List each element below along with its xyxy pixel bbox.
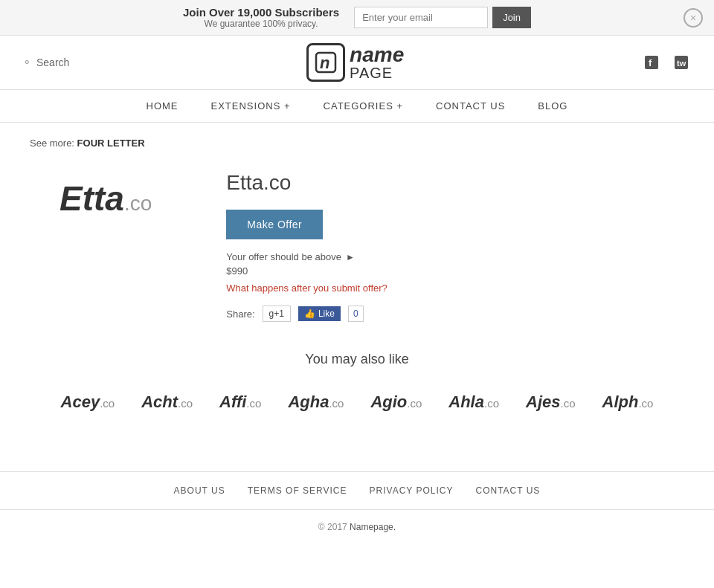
domain-logo-display: Etta.co (60, 178, 152, 219)
banner-main-text: Join Over 19,000 Subscribers (183, 6, 339, 19)
domain-card[interactable]: Agio.co (357, 385, 435, 419)
domain-card[interactable]: Alph.co (589, 385, 667, 419)
search-label: Search (36, 56, 69, 68)
offer-link[interactable]: What happens after you submit offer? (226, 282, 684, 294)
footer-about[interactable]: ABOUT US (174, 485, 225, 496)
logo[interactable]: n name PAGE (306, 43, 404, 82)
share-label: Share: (226, 308, 254, 320)
banner-sub-text: We guarantee 100% privacy. (183, 19, 339, 29)
svg-text:tw: tw (677, 59, 686, 68)
email-input[interactable] (354, 7, 488, 28)
domain-logo-box: Etta.co (30, 164, 181, 233)
svg-text:n: n (320, 54, 329, 72)
nav-home[interactable]: HOME (130, 90, 195, 122)
banner-form: Join (354, 7, 531, 28)
make-offer-button[interactable]: Make Offer (226, 210, 323, 239)
domain-info: Etta.co Make Offer Your offer should be … (226, 164, 684, 322)
offer-info-text: Your offer should be above ► (226, 251, 684, 262)
fb-like-label: Like (318, 308, 335, 319)
see-more-link[interactable]: FOUR LETTER (77, 138, 145, 149)
offer-arrow-icon: ► (346, 252, 355, 262)
top-banner: Join Over 19,000 Subscribers We guarante… (0, 0, 714, 36)
see-more: See more: FOUR LETTER (30, 138, 684, 149)
fb-count: 0 (348, 306, 364, 322)
domain-card[interactable]: Agha.co (274, 385, 357, 419)
main-content: See more: FOUR LETTER Etta.co Etta.co Ma… (0, 123, 714, 456)
facebook-like-button[interactable]: 👍 Like (298, 306, 341, 321)
footer-links: ABOUT US TERMS OF SERVICE PRIVACY POLICY… (0, 471, 714, 510)
domain-card[interactable]: Acht.co (128, 385, 206, 419)
footer-terms[interactable]: TERMS OF SERVICE (248, 485, 347, 496)
domain-logo-ext: .co (124, 192, 152, 215)
nav-blog[interactable]: BLOG (521, 90, 584, 122)
copyright-text: © 2017 (318, 522, 347, 532)
nav-extensions[interactable]: EXTENSIONS + (195, 90, 307, 122)
domain-grid: Acey.coAcht.coAffi.coAgha.coAgio.coAhla.… (30, 385, 684, 419)
domain-section: Etta.co Etta.co Make Offer Your offer sh… (30, 164, 684, 322)
header: ⚬ Search n name PAGE f tw (0, 36, 714, 90)
facebook-icon[interactable]: f (641, 52, 662, 73)
see-more-prefix: See more: (30, 138, 74, 149)
logo-text: name PAGE (350, 45, 404, 80)
offer-amount: $990 (226, 265, 684, 277)
domain-card[interactable]: Acey.co (48, 385, 129, 419)
domain-card[interactable]: Ajes.co (512, 385, 589, 419)
fb-thumb-icon: 👍 (304, 308, 315, 319)
search-icon: ⚬ (22, 56, 32, 69)
also-like-section: You may also like Acey.coAcht.coAffi.coA… (30, 352, 684, 419)
svg-text:f: f (649, 57, 652, 68)
brand-link[interactable]: Namepage. (350, 522, 396, 532)
domain-title: Etta.co (226, 171, 684, 195)
twitter-icon[interactable]: tw (671, 52, 692, 73)
share-row: Share: g+1 👍 Like 0 (226, 306, 684, 322)
footer-copyright: © 2017 Namepage. (0, 510, 714, 544)
join-button[interactable]: Join (492, 7, 531, 28)
search-button[interactable]: ⚬ Search (22, 56, 69, 69)
nav-contact[interactable]: CONTACT US (419, 90, 521, 122)
footer-privacy[interactable]: PRIVACY POLICY (370, 485, 454, 496)
close-button[interactable]: × (684, 8, 703, 28)
nav-categories[interactable]: CATEGORIES + (307, 90, 419, 122)
also-like-heading: You may also like (30, 352, 684, 367)
main-nav: HOME EXTENSIONS + CATEGORIES + CONTACT U… (0, 90, 714, 123)
domain-card[interactable]: Ahla.co (435, 385, 512, 419)
footer-contact[interactable]: CONTACT US (475, 485, 540, 496)
domain-logo-name: Etta (60, 179, 124, 218)
domain-card[interactable]: Affi.co (206, 385, 274, 419)
social-links: f tw (641, 52, 692, 73)
banner-text: Join Over 19,000 Subscribers We guarante… (183, 6, 339, 29)
logo-icon: n (306, 43, 345, 82)
gplus-button[interactable]: g+1 (263, 306, 291, 322)
